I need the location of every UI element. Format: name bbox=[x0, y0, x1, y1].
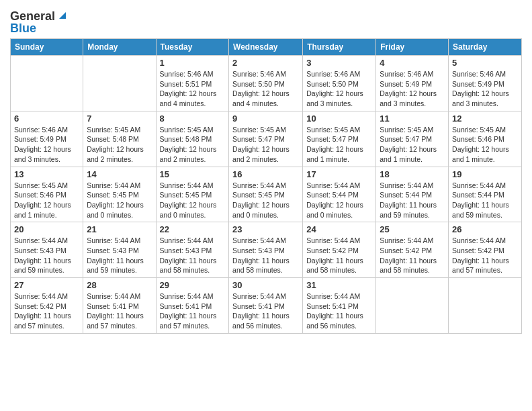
weekday-header-wednesday: Wednesday bbox=[229, 39, 303, 56]
day-info: Sunrise: 5:44 AM Sunset: 5:41 PM Dayligh… bbox=[306, 291, 372, 331]
day-number: 5 bbox=[452, 58, 518, 68]
day-number: 24 bbox=[306, 224, 372, 234]
calendar-cell: 20Sunrise: 5:44 AM Sunset: 5:43 PM Dayli… bbox=[11, 222, 83, 278]
logo-blue-text: Blue bbox=[10, 22, 36, 34]
day-info: Sunrise: 5:45 AM Sunset: 5:47 PM Dayligh… bbox=[232, 125, 299, 165]
day-number: 2 bbox=[232, 58, 299, 68]
day-number: 16 bbox=[232, 169, 299, 179]
day-info: Sunrise: 5:45 AM Sunset: 5:48 PM Dayligh… bbox=[87, 125, 152, 165]
calendar-cell: 17Sunrise: 5:44 AM Sunset: 5:44 PM Dayli… bbox=[303, 167, 376, 222]
day-info: Sunrise: 5:44 AM Sunset: 5:43 PM Dayligh… bbox=[232, 236, 299, 275]
calendar-cell: 15Sunrise: 5:44 AM Sunset: 5:45 PM Dayli… bbox=[156, 167, 229, 222]
day-info: Sunrise: 5:44 AM Sunset: 5:42 PM Dayligh… bbox=[380, 236, 445, 275]
day-number: 4 bbox=[380, 58, 445, 68]
calendar-week-row: 1Sunrise: 5:46 AM Sunset: 5:51 PM Daylig… bbox=[11, 56, 522, 111]
day-number: 8 bbox=[160, 113, 226, 124]
day-info: Sunrise: 5:44 AM Sunset: 5:41 PM Dayligh… bbox=[160, 291, 226, 331]
day-number: 27 bbox=[14, 280, 79, 290]
calendar-cell: 12Sunrise: 5:45 AM Sunset: 5:46 PM Dayli… bbox=[449, 111, 522, 167]
day-info: Sunrise: 5:45 AM Sunset: 5:48 PM Dayligh… bbox=[160, 125, 226, 165]
day-number: 29 bbox=[160, 280, 226, 290]
weekday-header-row: SundayMondayTuesdayWednesdayThursdayFrid… bbox=[11, 39, 522, 56]
calendar-cell: 3Sunrise: 5:46 AM Sunset: 5:50 PM Daylig… bbox=[303, 56, 376, 111]
calendar-cell: 26Sunrise: 5:44 AM Sunset: 5:42 PM Dayli… bbox=[449, 222, 522, 278]
calendar-week-row: 13Sunrise: 5:45 AM Sunset: 5:46 PM Dayli… bbox=[11, 167, 522, 222]
day-number: 18 bbox=[380, 169, 445, 179]
day-info: Sunrise: 5:44 AM Sunset: 5:42 PM Dayligh… bbox=[14, 291, 79, 331]
day-info: Sunrise: 5:44 AM Sunset: 5:45 PM Dayligh… bbox=[87, 181, 152, 220]
weekday-header-monday: Monday bbox=[83, 39, 156, 56]
day-number: 23 bbox=[232, 224, 299, 234]
day-info: Sunrise: 5:44 AM Sunset: 5:44 PM Dayligh… bbox=[380, 181, 445, 220]
calendar-cell: 27Sunrise: 5:44 AM Sunset: 5:42 PM Dayli… bbox=[11, 278, 83, 334]
calendar-cell: 30Sunrise: 5:44 AM Sunset: 5:41 PM Dayli… bbox=[229, 278, 303, 334]
day-number: 26 bbox=[452, 224, 518, 234]
calendar-cell: 18Sunrise: 5:44 AM Sunset: 5:44 PM Dayli… bbox=[376, 167, 449, 222]
day-number: 25 bbox=[380, 224, 445, 234]
weekday-header-thursday: Thursday bbox=[303, 39, 376, 56]
calendar-week-row: 27Sunrise: 5:44 AM Sunset: 5:42 PM Dayli… bbox=[11, 278, 522, 334]
day-info: Sunrise: 5:46 AM Sunset: 5:49 PM Dayligh… bbox=[380, 69, 445, 109]
day-info: Sunrise: 5:46 AM Sunset: 5:50 PM Dayligh… bbox=[306, 69, 372, 109]
calendar-cell: 1Sunrise: 5:46 AM Sunset: 5:51 PM Daylig… bbox=[156, 56, 229, 111]
day-number: 3 bbox=[306, 58, 372, 68]
day-number: 20 bbox=[14, 224, 79, 234]
calendar-cell: 14Sunrise: 5:44 AM Sunset: 5:45 PM Dayli… bbox=[83, 167, 156, 222]
calendar-cell bbox=[83, 56, 156, 111]
day-info: Sunrise: 5:45 AM Sunset: 5:46 PM Dayligh… bbox=[14, 181, 79, 220]
day-number: 13 bbox=[14, 169, 79, 179]
weekday-header-friday: Friday bbox=[376, 39, 449, 56]
weekday-header-saturday: Saturday bbox=[449, 39, 522, 56]
day-info: Sunrise: 5:44 AM Sunset: 5:43 PM Dayligh… bbox=[87, 236, 152, 275]
calendar-cell bbox=[11, 56, 83, 111]
weekday-header-sunday: Sunday bbox=[11, 39, 83, 56]
day-info: Sunrise: 5:44 AM Sunset: 5:45 PM Dayligh… bbox=[232, 181, 299, 220]
calendar-cell: 29Sunrise: 5:44 AM Sunset: 5:41 PM Dayli… bbox=[156, 278, 229, 334]
calendar-cell: 16Sunrise: 5:44 AM Sunset: 5:45 PM Dayli… bbox=[229, 167, 303, 222]
day-number: 9 bbox=[232, 113, 299, 124]
calendar-cell: 13Sunrise: 5:45 AM Sunset: 5:46 PM Dayli… bbox=[11, 167, 83, 222]
day-number: 6 bbox=[14, 113, 79, 124]
day-number: 14 bbox=[87, 169, 152, 179]
day-info: Sunrise: 5:44 AM Sunset: 5:45 PM Dayligh… bbox=[160, 181, 226, 220]
calendar-cell: 10Sunrise: 5:45 AM Sunset: 5:47 PM Dayli… bbox=[303, 111, 376, 167]
logo: General Blue bbox=[10, 7, 69, 34]
day-number: 10 bbox=[306, 113, 372, 124]
day-info: Sunrise: 5:44 AM Sunset: 5:44 PM Dayligh… bbox=[306, 181, 372, 220]
calendar-cell: 9Sunrise: 5:45 AM Sunset: 5:47 PM Daylig… bbox=[229, 111, 303, 167]
calendar-cell: 6Sunrise: 5:46 AM Sunset: 5:49 PM Daylig… bbox=[11, 111, 83, 167]
day-info: Sunrise: 5:45 AM Sunset: 5:47 PM Dayligh… bbox=[380, 125, 445, 165]
day-number: 12 bbox=[452, 113, 518, 124]
calendar-cell: 11Sunrise: 5:45 AM Sunset: 5:47 PM Dayli… bbox=[376, 111, 449, 167]
day-info: Sunrise: 5:45 AM Sunset: 5:46 PM Dayligh… bbox=[452, 125, 518, 165]
svg-marker-0 bbox=[59, 12, 66, 19]
day-number: 28 bbox=[87, 280, 152, 290]
day-number: 31 bbox=[306, 280, 372, 290]
calendar-week-row: 20Sunrise: 5:44 AM Sunset: 5:43 PM Dayli… bbox=[11, 222, 522, 278]
weekday-header-tuesday: Tuesday bbox=[156, 39, 229, 56]
calendar-cell: 28Sunrise: 5:44 AM Sunset: 5:41 PM Dayli… bbox=[83, 278, 156, 334]
day-number: 21 bbox=[87, 224, 152, 234]
calendar-cell: 24Sunrise: 5:44 AM Sunset: 5:42 PM Dayli… bbox=[303, 222, 376, 278]
calendar-cell: 25Sunrise: 5:44 AM Sunset: 5:42 PM Dayli… bbox=[376, 222, 449, 278]
day-number: 17 bbox=[306, 169, 372, 179]
calendar-cell: 23Sunrise: 5:44 AM Sunset: 5:43 PM Dayli… bbox=[229, 222, 303, 278]
day-info: Sunrise: 5:44 AM Sunset: 5:43 PM Dayligh… bbox=[160, 236, 226, 275]
day-info: Sunrise: 5:45 AM Sunset: 5:47 PM Dayligh… bbox=[306, 125, 372, 165]
logo-triangle-icon bbox=[56, 9, 69, 21]
day-info: Sunrise: 5:44 AM Sunset: 5:41 PM Dayligh… bbox=[232, 291, 299, 331]
calendar-cell: 2Sunrise: 5:46 AM Sunset: 5:50 PM Daylig… bbox=[229, 56, 303, 111]
calendar-cell: 21Sunrise: 5:44 AM Sunset: 5:43 PM Dayli… bbox=[83, 222, 156, 278]
day-info: Sunrise: 5:44 AM Sunset: 5:42 PM Dayligh… bbox=[452, 236, 518, 275]
calendar-cell bbox=[449, 278, 522, 334]
day-info: Sunrise: 5:46 AM Sunset: 5:49 PM Dayligh… bbox=[14, 125, 79, 165]
day-info: Sunrise: 5:44 AM Sunset: 5:44 PM Dayligh… bbox=[452, 181, 518, 220]
page-header: General Blue bbox=[10, 7, 522, 34]
day-info: Sunrise: 5:46 AM Sunset: 5:51 PM Dayligh… bbox=[160, 69, 226, 109]
day-number: 15 bbox=[160, 169, 226, 179]
calendar-cell: 22Sunrise: 5:44 AM Sunset: 5:43 PM Dayli… bbox=[156, 222, 229, 278]
day-number: 30 bbox=[232, 280, 299, 290]
calendar-cell: 4Sunrise: 5:46 AM Sunset: 5:49 PM Daylig… bbox=[376, 56, 449, 111]
day-number: 7 bbox=[87, 113, 152, 124]
calendar-cell: 7Sunrise: 5:45 AM Sunset: 5:48 PM Daylig… bbox=[83, 111, 156, 167]
